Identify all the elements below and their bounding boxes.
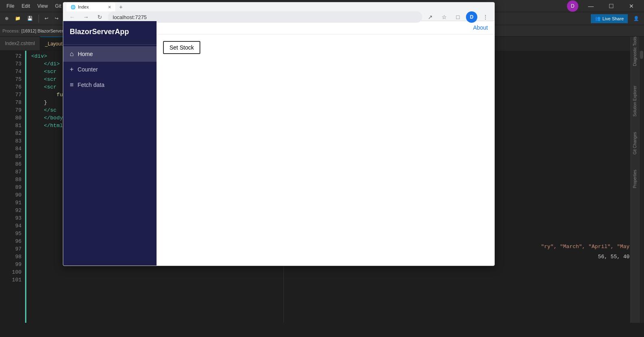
nav-item-fetchdata[interactable]: ≡ Fetch data bbox=[63, 77, 157, 93]
browser-tab-bar: 🌐 Index ✕ + bbox=[63, 2, 494, 11]
gutter-78 bbox=[0, 101, 4, 105]
blazor-app: BlazorServerApp ⌂ Home + Counter ≡ Fetch… bbox=[63, 21, 494, 266]
toolbar-open[interactable]: 📁 bbox=[13, 14, 23, 24]
nav-home-label: Home bbox=[78, 51, 93, 57]
blazor-main: About Set Stock bbox=[157, 21, 494, 266]
account-settings[interactable]: 👤 bbox=[631, 14, 642, 24]
gutter-94 bbox=[0, 224, 4, 228]
nav-counter-label: Counter bbox=[77, 66, 98, 73]
main-area: Index2.cshtml _Layout.cshtml ✕ _Host.csh… bbox=[0, 37, 644, 323]
menu-view[interactable]: View bbox=[34, 2, 51, 10]
redo-button[interactable]: ↪ bbox=[52, 14, 61, 24]
gutter bbox=[0, 51, 5, 323]
gutter-83 bbox=[0, 139, 4, 143]
gutter-96 bbox=[0, 240, 4, 244]
toolbar-new[interactable]: ⊕ bbox=[2, 14, 11, 24]
gutter-79 bbox=[0, 108, 4, 112]
gutter-97 bbox=[0, 247, 4, 251]
gutter-89 bbox=[0, 186, 4, 190]
new-tab-button[interactable]: + bbox=[117, 4, 125, 10]
menu-edit[interactable]: Edit bbox=[18, 2, 33, 10]
minimize-button[interactable]: — bbox=[582, 0, 600, 12]
set-stock-button[interactable]: Set Stock bbox=[163, 41, 200, 54]
gutter-84 bbox=[0, 147, 4, 151]
toolbar-save[interactable]: 💾 bbox=[25, 14, 35, 24]
gutter-91 bbox=[0, 201, 4, 205]
scrollbar-thumb[interactable] bbox=[640, 51, 643, 59]
blazor-header: About bbox=[157, 21, 494, 35]
gutter-73 bbox=[0, 62, 4, 66]
gutter-85 bbox=[0, 155, 4, 159]
nav-divider bbox=[63, 44, 157, 45]
close-button[interactable]: ✕ bbox=[622, 0, 641, 12]
about-link[interactable]: About bbox=[473, 24, 488, 31]
gutter-92 bbox=[0, 209, 4, 213]
live-share-icon: 👥 bbox=[595, 16, 601, 21]
gutter-72 bbox=[0, 54, 4, 58]
gutter-81 bbox=[0, 124, 4, 128]
gutter-74 bbox=[0, 70, 4, 74]
browser-tab-favicon: 🌐 bbox=[71, 5, 75, 9]
home-icon: ⌂ bbox=[70, 50, 74, 58]
blazor-content: Set Stock bbox=[157, 35, 494, 266]
git-changes-label[interactable]: Git Changes bbox=[633, 132, 637, 158]
separator-1 bbox=[39, 15, 39, 23]
solution-explorer-label[interactable]: Solution Explorer bbox=[633, 86, 637, 120]
months-line: "ry", "March", "April", "May", bbox=[541, 244, 636, 250]
process-label: Process: bbox=[2, 28, 20, 33]
gutter-82 bbox=[0, 132, 4, 136]
months-data: "ry", "March", "April", "May", bbox=[541, 244, 636, 250]
browser-tab-index[interactable]: 🌐 Index ✕ bbox=[67, 2, 115, 11]
browser-tab-title: Index bbox=[78, 4, 89, 9]
line-numbers: 7273747576 7778798081 8283848586 8788899… bbox=[5, 51, 25, 323]
plus-icon: + bbox=[70, 66, 73, 73]
gutter-98 bbox=[0, 255, 4, 259]
title-bar-right: D — ☐ ✕ bbox=[567, 0, 641, 12]
nav-item-home[interactable]: ⌂ Home bbox=[63, 46, 157, 62]
diagnostic-sidebar: Diagnostic Tools Solution Explorer Git C… bbox=[630, 37, 639, 323]
gutter-88 bbox=[0, 178, 4, 182]
nav-item-counter[interactable]: + Counter bbox=[63, 62, 157, 77]
blazor-nav: BlazorServerApp ⌂ Home + Counter ≡ Fetch… bbox=[63, 21, 157, 266]
gutter-86 bbox=[0, 162, 4, 166]
blazor-brand: BlazorServerApp bbox=[63, 21, 157, 43]
gutter-75 bbox=[0, 78, 4, 82]
gutter-99 bbox=[0, 263, 4, 267]
gutter-80 bbox=[0, 116, 4, 120]
maximize-button[interactable]: ☐ bbox=[602, 0, 620, 12]
gutter-76 bbox=[0, 85, 4, 89]
gutter-95 bbox=[0, 232, 4, 236]
browser-chrome: 🌐 Index ✕ + ← → ↻ ↗ ☆ □ D ⋮ bbox=[63, 2, 494, 21]
gutter-101 bbox=[0, 278, 4, 282]
live-share-button[interactable]: 👥 Live Share bbox=[591, 14, 628, 23]
properties-label[interactable]: Properties bbox=[633, 170, 637, 192]
user-avatar[interactable]: D bbox=[567, 0, 578, 12]
window-controls: — ☐ ✕ bbox=[582, 0, 641, 12]
scrollbar-area bbox=[639, 51, 644, 323]
tab-index2[interactable]: Index2.cshtml bbox=[0, 37, 40, 51]
gutter-77 bbox=[0, 93, 4, 97]
undo-button[interactable]: ↩ bbox=[42, 14, 51, 24]
tab-index2-label: Index2.cshtml bbox=[5, 41, 35, 46]
gutter-87 bbox=[0, 170, 4, 174]
diagnostic-tools-label[interactable]: Diagnostic Tools bbox=[633, 37, 637, 69]
browser-window: 🌐 Index ✕ + ← → ↻ ↗ ☆ □ D ⋮ Bl bbox=[63, 2, 495, 266]
nav-fetchdata-label: Fetch data bbox=[77, 82, 104, 88]
gutter-100 bbox=[0, 270, 4, 274]
browser-tab-close[interactable]: ✕ bbox=[108, 5, 111, 9]
gutter-90 bbox=[0, 193, 4, 197]
table-icon: ≡ bbox=[70, 81, 73, 89]
gutter-93 bbox=[0, 216, 4, 220]
menu-file[interactable]: File bbox=[3, 2, 17, 10]
